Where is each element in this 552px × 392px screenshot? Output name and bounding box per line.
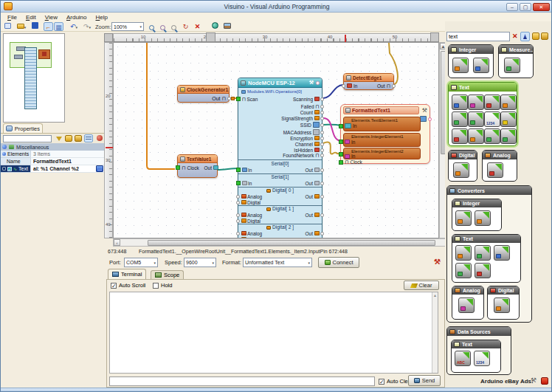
properties-filter-input[interactable] (3, 135, 52, 142)
hold-option[interactable]: Hold (153, 282, 172, 289)
category-conv-integer[interactable]: Integer (452, 199, 502, 231)
component-icon[interactable] (494, 245, 510, 261)
component-icon[interactable] (475, 245, 491, 261)
terminal-scrollbar[interactable]: ▲ (432, 292, 438, 373)
ruler-handle[interactable] (206, 32, 215, 42)
speed-select[interactable]: 9600▾ (184, 258, 216, 267)
folder-view-icon[interactable] (541, 32, 548, 40)
block-formattedtext[interactable]: FormattedText1 ⚒ Out Elements.TextElemen… (340, 104, 430, 164)
component-icon[interactable] (452, 128, 468, 144)
category-measure[interactable]: Measure... (498, 44, 534, 78)
overview-minimap[interactable] (3, 33, 65, 123)
pin-formattedtext-clock[interactable] (339, 160, 343, 165)
collapse-icon[interactable] (75, 135, 82, 142)
pin-formattedtext-out[interactable] (428, 117, 432, 121)
component-icon[interactable] (455, 245, 472, 261)
open-project-icon[interactable]: ▾ (14, 22, 29, 31)
component-icon[interactable] (475, 210, 491, 226)
component-icon[interactable] (458, 298, 475, 313)
hold-checkbox[interactable] (153, 283, 159, 289)
edit-text-button[interactable]: … (96, 165, 103, 172)
format-select[interactable]: Unformatted Text▾ (243, 258, 312, 267)
block-detectedge[interactable]: DetectEdge1 In Out⊓ (343, 73, 394, 90)
property-group-row[interactable]: Miscellaneous (1, 143, 104, 151)
component-icon[interactable]: 1234 (484, 111, 500, 127)
filter-wizard-icon[interactable] (520, 32, 530, 41)
view-list-icon[interactable] (84, 134, 93, 142)
component-icon[interactable] (484, 94, 500, 110)
wrench-icon[interactable]: ⚒ (422, 107, 427, 114)
block-clockgenerator[interactable]: ClockGenerator1 Out⊓ (177, 85, 230, 103)
disconnect-icon[interactable]: ⚒ (434, 258, 441, 266)
category-integer[interactable]: Integer (448, 44, 494, 78)
undo-icon[interactable]: ↶▾ (67, 22, 80, 31)
pin-encryption[interactable] (320, 137, 324, 140)
component-icon[interactable] (487, 162, 503, 178)
header-pin-icon[interactable] (316, 81, 320, 85)
title-bar[interactable]: Visuino - Visual Arduino Programming (1, 1, 552, 13)
pin-textvalue-clock[interactable] (176, 165, 180, 170)
pin-digital0-out[interactable] (320, 195, 324, 199)
component-icon[interactable] (468, 128, 484, 144)
pin-integerelement2-in[interactable] (339, 152, 343, 157)
auto-clear-checkbox[interactable]: ✓ (379, 379, 384, 385)
maximize-button[interactable]: ▢ (520, 3, 531, 11)
image-icon[interactable] (222, 22, 232, 31)
block-textvalue[interactable]: TextValue1 ⊓Clock Out (177, 154, 218, 178)
tab-terminal[interactable]: Terminal (108, 269, 146, 279)
pin-digital2-out[interactable] (320, 232, 324, 235)
wire-signalstrength-to-integerelement1[interactable] (323, 118, 341, 141)
terminal-output[interactable]: ▲ (109, 292, 438, 374)
component-icon[interactable] (452, 94, 468, 110)
component-icon[interactable] (453, 162, 469, 178)
wrench-icon[interactable]: ⚒ (309, 80, 314, 86)
redo-icon[interactable]: ↷▾ (80, 22, 94, 31)
checkbox-icon[interactable]: ✓ (7, 167, 12, 171)
minimize-button[interactable]: – (506, 3, 518, 11)
category-text[interactable]: Text 1234 (448, 82, 517, 146)
save-icon[interactable] (30, 22, 40, 31)
component-icon[interactable]: 1234 (474, 351, 490, 366)
wire-clock-loop-left[interactable] (147, 43, 175, 169)
pin-foundnetwork[interactable] (320, 154, 324, 157)
component-icon[interactable] (473, 58, 489, 73)
pin-digital0[interactable] (236, 201, 240, 204)
expand-icon[interactable] (65, 135, 72, 142)
group-converters[interactable]: Converters Integer Text Analog Digital (446, 185, 532, 323)
canvas-horizontal-scrollbar[interactable]: ‹ (113, 238, 447, 247)
send-input[interactable] (109, 376, 375, 386)
toggle-wires-icon[interactable]: ⌐ (44, 22, 53, 31)
pin-analog2[interactable] (236, 232, 240, 235)
property-row[interactable]: Name FormattedText1 (1, 158, 104, 165)
category-conv-text[interactable]: Text (452, 234, 521, 283)
zoom-select[interactable]: 100%▾ (111, 22, 144, 31)
refresh-icon[interactable]: ↻ (181, 22, 190, 31)
zoom-out-icon[interactable] (158, 22, 168, 31)
pin-analog0[interactable] (236, 195, 240, 199)
pin-channel[interactable] (320, 142, 324, 146)
pin-ssid[interactable] (320, 123, 324, 127)
pin-serial0-in[interactable] (236, 168, 241, 172)
component-icon[interactable] (484, 128, 500, 144)
pin-analog1[interactable] (236, 213, 240, 217)
pin-serial1-in[interactable] (236, 181, 241, 185)
ads-tools-icon[interactable]: ⚒ (531, 376, 537, 384)
new-project-icon[interactable] (3, 22, 13, 31)
element-textelement1[interactable]: Elements.TextElement1 In (343, 117, 421, 131)
pin-textelement1-in[interactable] (339, 124, 343, 128)
component-icon[interactable] (475, 263, 491, 278)
menu-view[interactable]: View (41, 13, 61, 21)
pin-signalstrength[interactable] (320, 117, 324, 120)
pin-icon[interactable] (97, 135, 103, 141)
property-row-selected[interactable]: ✓ ∿ Text al: %1 Channel %2 … (1, 165, 104, 173)
component-icon[interactable] (504, 58, 520, 73)
menu-help[interactable]: Help (92, 13, 111, 21)
toggle-grid-icon[interactable]: ▦ (54, 22, 63, 31)
close-button[interactable]: ✕ (533, 3, 550, 11)
connect-button[interactable]: Connect (318, 257, 359, 268)
pin-digital1-out[interactable] (320, 213, 324, 217)
component-icon[interactable]: ABC (455, 351, 471, 366)
pin-failed[interactable] (320, 105, 324, 109)
component-icon[interactable] (452, 111, 468, 127)
menu-arduino[interactable]: Arduino (63, 13, 91, 21)
